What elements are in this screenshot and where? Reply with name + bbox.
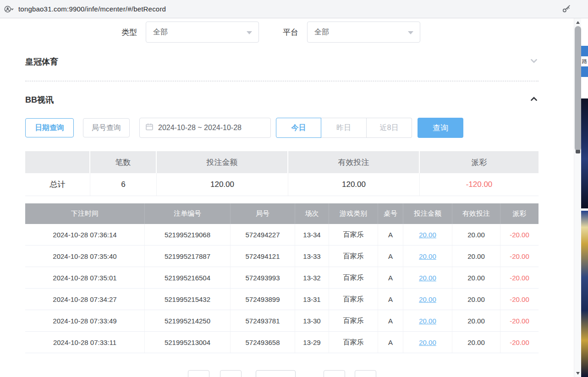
scrollbar-mark: [576, 150, 580, 153]
date-query-button[interactable]: 日期查询: [25, 118, 74, 137]
cell-bet-amount: 20.00: [403, 289, 452, 310]
summary-header-empty: [25, 151, 90, 173]
platform-select-value: 全部: [314, 27, 329, 37]
table-row: 2024-10-28 07:35:01 521995216504 5724939…: [25, 267, 539, 289]
quick-range-group: 今日 昨日 近8日: [276, 118, 412, 138]
cell-valid-bet: 20.00: [452, 332, 500, 353]
header-game-type: 游戏类别: [329, 203, 378, 224]
pagination-page-input[interactable]: [256, 370, 296, 377]
cell-bet-time: 2024-10-28 07:35:01: [25, 267, 145, 288]
bet-amount-link[interactable]: 20.00: [419, 317, 436, 325]
bet-amount-link[interactable]: 20.00: [419, 252, 436, 260]
summary-bet-amount-value: 120.00: [157, 173, 288, 196]
pagination-prev-button[interactable]: [220, 370, 242, 377]
summary-total-row: 总计 6 120.00 120.00 -120.00: [25, 173, 539, 196]
cell-bet-no: 521995215432: [145, 289, 231, 310]
summary-header-payout: 派彩: [420, 151, 539, 173]
promo-image[interactable]: [581, 98, 588, 208]
date-range-input[interactable]: 2024-10-28 ~ 2024-10-28: [139, 118, 271, 138]
pagination-next-button[interactable]: [324, 370, 345, 377]
cell-session: 13-29: [295, 332, 329, 353]
summary-header-bet-amount: 投注金额: [157, 151, 288, 173]
cell-payout: -20.00: [500, 224, 539, 245]
header-round-no: 局号: [231, 203, 295, 224]
cell-game-type: 百家乐: [329, 332, 378, 353]
cell-payout: -20.00: [500, 289, 539, 310]
cell-game-type: 百家乐: [329, 246, 378, 267]
yesterday-button[interactable]: 昨日: [321, 118, 367, 138]
cell-bet-amount: 20.00: [403, 224, 452, 245]
platform-select[interactable]: 全部: [307, 22, 420, 43]
bet-amount-link[interactable]: 20.00: [419, 231, 436, 239]
query-bar: 日期查询 局号查询 2024-10-28 ~ 2024-10-28 今日 昨日 …: [25, 118, 539, 138]
bet-amount-link[interactable]: 20.00: [419, 295, 436, 303]
cell-table-no: A: [378, 246, 403, 267]
bet-records-table: 下注时间 注单编号 局号 场次 游戏类别 桌号 投注金额 有效投注 派彩 202…: [25, 203, 539, 353]
header-session: 场次: [295, 203, 329, 224]
chevron-up-icon[interactable]: [529, 94, 539, 105]
cell-payout: -20.00: [500, 267, 539, 288]
last-8-days-button[interactable]: 近8日: [367, 118, 412, 138]
cell-valid-bet: 20.00: [452, 224, 500, 245]
cell-table-no: A: [378, 224, 403, 245]
type-select-value: 全部: [153, 27, 168, 37]
chevron-down-icon: [408, 31, 413, 34]
cell-valid-bet: 20.00: [452, 246, 500, 267]
route-widget-label: 路: [581, 56, 588, 66]
summary-valid-bet-value: 120.00: [288, 173, 420, 196]
scrollbar-thumb[interactable]: [575, 26, 581, 151]
cell-bet-no: 521995214250: [145, 310, 231, 331]
chevron-down-icon[interactable]: [529, 56, 539, 67]
url-text[interactable]: tongbao31.com:9900/infe/mcenter/#/betRec…: [18, 5, 166, 13]
cell-payout: -20.00: [500, 246, 539, 267]
promo-image[interactable]: [581, 211, 588, 377]
bet-table-header: 下注时间 注单编号 局号 场次 游戏类别 桌号 投注金额 有效投注 派彩: [25, 203, 539, 224]
round-query-button[interactable]: 局号查询: [83, 118, 130, 137]
header-bet-amount: 投注金额: [403, 203, 452, 224]
cell-payout: -20.00: [500, 310, 539, 331]
platform-label: 平台: [283, 27, 298, 38]
password-key-icon[interactable]: [561, 4, 572, 16]
section-crown-sports[interactable]: 皇冠体育: [25, 51, 539, 73]
today-button[interactable]: 今日: [276, 118, 321, 138]
cell-game-type: 百家乐: [329, 267, 378, 288]
summary-count-value: 6: [90, 173, 157, 196]
cell-session: 13-31: [295, 289, 329, 310]
search-button[interactable]: 查询: [418, 118, 463, 138]
cell-bet-no: 521995216504: [145, 267, 231, 288]
cell-valid-bet: 20.00: [452, 267, 500, 288]
cell-bet-no: 521995213004: [145, 332, 231, 353]
bet-amount-link[interactable]: 20.00: [419, 274, 436, 282]
cell-bet-amount: 20.00: [403, 246, 452, 267]
bet-amount-link[interactable]: 20.00: [419, 339, 436, 346]
section-bb-video[interactable]: BB视讯: [25, 89, 539, 111]
cell-bet-amount: 20.00: [403, 267, 452, 288]
table-row: 2024-10-28 07:35:40 521995217887 5724941…: [25, 246, 539, 267]
pagination-last-button[interactable]: [355, 370, 376, 377]
cell-session: 13-33: [295, 246, 329, 267]
right-side-widgets: 路: [581, 18, 588, 377]
profile-icon[interactable]: [4, 4, 14, 14]
bb-video-title: BB视讯: [25, 94, 54, 105]
calendar-icon: [145, 123, 154, 133]
browser-address-bar: tongbao31.com:9900/infe/mcenter/#/betRec…: [0, 0, 588, 18]
cell-round-no: 572494227: [231, 224, 295, 245]
scrollbar-down-arrow[interactable]: [574, 369, 582, 377]
cell-round-no: 572493781: [231, 310, 295, 331]
cell-bet-no: 521995219068: [145, 224, 231, 245]
summary-header-count: 笔数: [90, 151, 157, 173]
cell-session: 13-30: [295, 310, 329, 331]
header-payout: 派彩: [500, 203, 539, 224]
type-select[interactable]: 全部: [146, 22, 259, 43]
route-widget[interactable]: 路: [581, 46, 588, 77]
cell-round-no: 572494121: [231, 246, 295, 267]
scrollbar[interactable]: [574, 18, 581, 377]
cell-table-no: A: [378, 267, 403, 288]
pagination-first-button[interactable]: [188, 370, 209, 377]
table-row: 2024-10-28 07:33:49 521995214250 5724937…: [25, 310, 539, 332]
cell-session: 13-34: [295, 224, 329, 245]
table-row: 2024-10-28 07:33:11 521995213004 5724936…: [25, 332, 539, 353]
table-row: 2024-10-28 07:34:27 521995215432 5724938…: [25, 289, 539, 310]
summary-total-label: 总计: [25, 173, 90, 196]
scrollbar-up-arrow[interactable]: [574, 18, 582, 26]
